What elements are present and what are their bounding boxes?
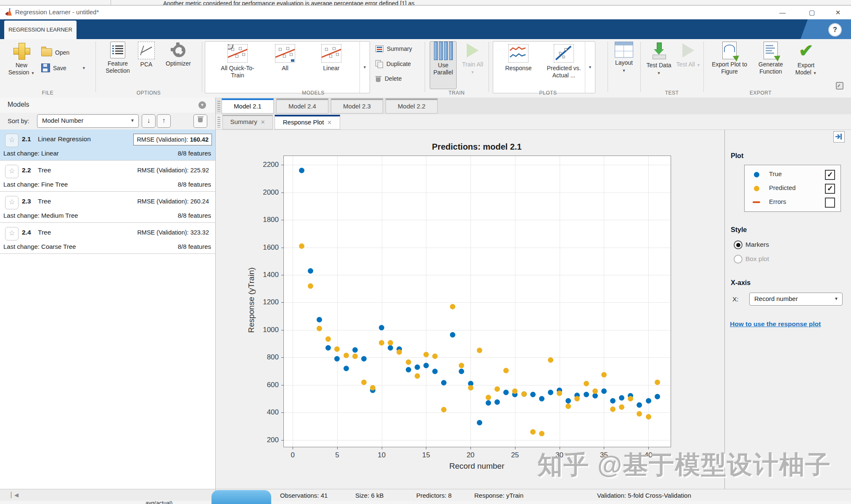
- data-point-predicted[interactable]: [432, 354, 438, 359]
- legend-checkbox[interactable]: [825, 198, 835, 208]
- test-data-button[interactable]: Test Data ▼: [645, 42, 673, 77]
- data-point-predicted[interactable]: [459, 363, 464, 368]
- layout-button[interactable]: Layout▼: [610, 42, 637, 74]
- data-point-true[interactable]: [530, 392, 536, 397]
- data-point-predicted[interactable]: [441, 407, 447, 412]
- data-point-predicted[interactable]: [406, 359, 411, 365]
- data-point-predicted[interactable]: [308, 283, 313, 289]
- data-point-true[interactable]: [415, 364, 420, 370]
- data-point-predicted[interactable]: [379, 340, 384, 346]
- data-point-true[interactable]: [299, 168, 304, 173]
- data-point-true[interactable]: [459, 369, 464, 374]
- data-point-predicted[interactable]: [299, 243, 304, 249]
- data-point-predicted[interactable]: [637, 411, 642, 417]
- models-gallery-dropdown[interactable]: ▼: [359, 42, 370, 93]
- delete-model-button[interactable]: [193, 114, 207, 128]
- sort-ascending-button[interactable]: ↑: [157, 114, 171, 128]
- data-point-true[interactable]: [601, 388, 607, 394]
- data-point-true[interactable]: [388, 345, 393, 351]
- favorite-star-icon[interactable]: ☆: [5, 196, 18, 209]
- data-point-true[interactable]: [406, 367, 411, 372]
- data-point-predicted[interactable]: [601, 372, 607, 377]
- data-point-true[interactable]: [361, 356, 367, 362]
- data-point-predicted[interactable]: [396, 349, 402, 355]
- export-model-button[interactable]: ✔ Export Model ▼: [792, 42, 820, 77]
- pca-button[interactable]: PCA: [135, 42, 157, 68]
- data-point-predicted[interactable]: [655, 380, 660, 385]
- maximize-button[interactable]: ▢: [802, 7, 822, 18]
- data-point-true[interactable]: [610, 398, 616, 404]
- data-point-predicted[interactable]: [388, 340, 393, 346]
- model-card-2.2[interactable]: ☆2.2TreeRMSE (Validation): 225.92Last ch…: [0, 161, 215, 192]
- data-point-true[interactable]: [548, 390, 553, 395]
- data-point-true[interactable]: [325, 345, 331, 351]
- tab-model-2-2[interactable]: Model 2.2: [386, 98, 438, 113]
- data-point-true[interactable]: [494, 399, 500, 405]
- close-button[interactable]: ✕: [828, 7, 848, 18]
- data-point-true[interactable]: [432, 369, 438, 374]
- subtab-summary[interactable]: Summary✕: [222, 115, 273, 129]
- data-point-predicted[interactable]: [566, 404, 571, 409]
- data-point-predicted[interactable]: [610, 406, 616, 412]
- gallery-item-response[interactable]: Response: [498, 44, 539, 72]
- data-point-true[interactable]: [317, 317, 322, 322]
- favorite-star-icon[interactable]: ☆: [5, 134, 18, 147]
- data-point-true[interactable]: [477, 420, 482, 425]
- subtab-response-plot[interactable]: Response Plot✕: [275, 115, 340, 129]
- box-plot-radio[interactable]: [734, 255, 743, 264]
- data-point-predicted[interactable]: [539, 431, 544, 436]
- data-point-predicted[interactable]: [574, 396, 580, 401]
- close-tab-icon[interactable]: ✕: [327, 119, 332, 126]
- data-point-true[interactable]: [486, 400, 491, 406]
- feature-selection-button[interactable]: Feature Selection: [102, 42, 133, 74]
- data-point-true[interactable]: [423, 363, 429, 368]
- data-point-predicted[interactable]: [486, 395, 491, 400]
- ribbon-tab-regression-learner[interactable]: REGRESSION LEARNER: [4, 21, 77, 39]
- data-point-predicted[interactable]: [503, 368, 509, 373]
- tab-model-2-4[interactable]: Model 2.4: [276, 98, 328, 113]
- close-tab-icon[interactable]: ✕: [261, 119, 265, 125]
- x-axis-dropdown[interactable]: Record number▼: [749, 293, 843, 306]
- data-point-predicted[interactable]: [361, 380, 367, 385]
- train-all-button[interactable]: Train All ▼: [460, 42, 485, 76]
- sort-descending-button[interactable]: ↓: [142, 114, 156, 128]
- data-point-predicted[interactable]: [450, 304, 455, 309]
- data-point-true[interactable]: [637, 402, 642, 408]
- data-point-true[interactable]: [655, 394, 660, 399]
- plots-gallery-dropdown[interactable]: ▼: [585, 42, 595, 93]
- panel-options-icon[interactable]: ▼: [198, 101, 206, 109]
- data-point-predicted[interactable]: [557, 391, 562, 396]
- data-point-true[interactable]: [584, 392, 589, 397]
- gallery-item-all[interactable]: All: [268, 44, 302, 72]
- export-plot-to-figure-button[interactable]: Export Plot to Figure: [710, 42, 749, 75]
- data-point-true[interactable]: [566, 398, 571, 404]
- data-point-predicted[interactable]: [468, 385, 473, 391]
- open-button[interactable]: Open: [41, 48, 69, 56]
- gallery-item-linear[interactable]: Linear: [312, 44, 350, 72]
- markers-radio[interactable]: [734, 240, 743, 249]
- data-point-predicted[interactable]: [423, 352, 429, 357]
- model-card-2.4[interactable]: ☆2.4TreeRMSE (Validation): 323.32Last ch…: [0, 223, 215, 254]
- tab-drag-grip[interactable]: [217, 101, 220, 112]
- minimize-button[interactable]: —: [773, 7, 792, 18]
- favorite-star-icon[interactable]: ☆: [5, 165, 18, 178]
- data-point-predicted[interactable]: [370, 385, 375, 391]
- optimizer-button[interactable]: Optimizer: [161, 42, 196, 67]
- model-card-2.3[interactable]: ☆2.3TreeRMSE (Validation): 260.24Last ch…: [0, 192, 215, 223]
- data-point-predicted[interactable]: [477, 348, 482, 353]
- response-plot-help-link[interactable]: How to use the response plot: [730, 320, 821, 328]
- test-all-button[interactable]: Test All ▼: [676, 42, 700, 69]
- data-point-true[interactable]: [619, 395, 624, 401]
- favorite-star-icon[interactable]: ☆: [5, 227, 18, 240]
- data-point-predicted[interactable]: [530, 429, 536, 435]
- delete-button[interactable]: Delete: [375, 75, 402, 82]
- undock-panel-icon[interactable]: [833, 131, 845, 142]
- data-point-true[interactable]: [503, 390, 509, 395]
- data-point-true[interactable]: [450, 332, 455, 338]
- data-point-predicted[interactable]: [628, 396, 633, 401]
- data-point-predicted[interactable]: [548, 357, 553, 363]
- toolstrip-pin-icon[interactable]: [836, 82, 843, 90]
- tab-model-2-3[interactable]: Model 2.3: [331, 98, 383, 113]
- data-point-predicted[interactable]: [619, 404, 624, 410]
- subtab-drag-grip[interactable]: [217, 117, 220, 128]
